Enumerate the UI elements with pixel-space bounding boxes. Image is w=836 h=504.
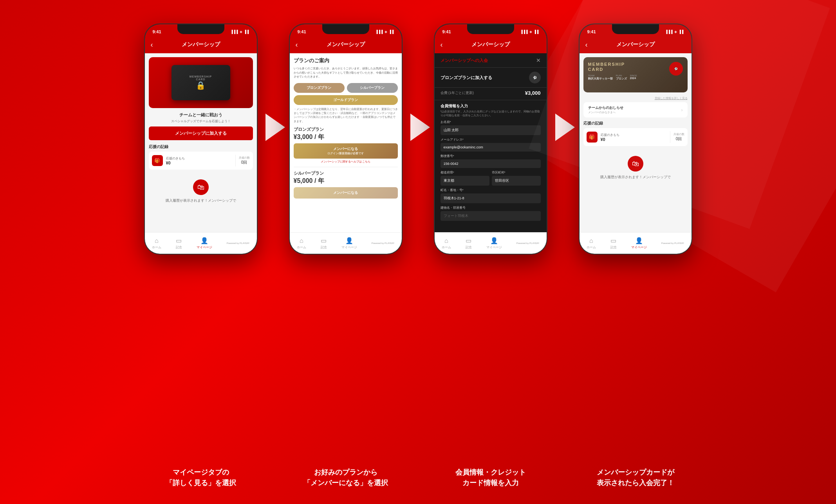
nav-home-4[interactable]: ⌂ ホーム bbox=[587, 237, 596, 249]
nav-mypage-1[interactable]: 👤 マイページ bbox=[197, 237, 212, 249]
mypage-label-4: マイページ bbox=[631, 245, 647, 249]
card-detail-link[interactable]: 登録した情報を詳しく見る bbox=[583, 96, 688, 100]
phone-4-back[interactable]: ‹ bbox=[585, 41, 588, 49]
phone-1-time: 9:41 bbox=[153, 29, 161, 34]
email-label: メールアドレス* bbox=[441, 137, 541, 142]
support-count-1: 共催の数 0回 bbox=[239, 156, 250, 165]
nav-powered-4: Powered by PLAYER! bbox=[661, 242, 684, 244]
wifi-icon: ◈ bbox=[240, 30, 242, 34]
postal-input[interactable]: 156-0042 bbox=[441, 159, 541, 168]
address-label: 町名・番地・号* bbox=[441, 188, 541, 192]
modal-close-btn[interactable]: ✕ bbox=[536, 57, 541, 63]
address-input[interactable]: 羽根木1-21-8 bbox=[441, 193, 541, 203]
btn-bronze[interactable]: ブロンズプラン bbox=[294, 83, 345, 93]
phone-3-back[interactable]: ‹ bbox=[441, 41, 443, 49]
phone-3: 9:41 ▐▐▐ ◈ ▐▐ ‹ メンバーシップ bbox=[434, 23, 547, 255]
purchase-text-4: 購入履歴が表示されます！メンバーシップで bbox=[600, 175, 671, 180]
phone-2-back[interactable]: ‹ bbox=[296, 41, 298, 49]
membership-card-full: MEMBERSHIP CARD TEAM 駒沢大高サッカー部 bbox=[583, 57, 688, 92]
support-icon-1: 🎁 bbox=[152, 155, 163, 166]
card-title1: MEMBERSHIP bbox=[588, 62, 625, 67]
nav-mypage-3[interactable]: 👤 マイページ bbox=[486, 237, 502, 249]
support-icon-4: 🎁 bbox=[587, 132, 598, 143]
phone-1-support-title: 応援の記録 bbox=[149, 144, 253, 150]
nav-news-3[interactable]: ▭ 記念 bbox=[466, 237, 472, 249]
help-link[interactable]: こちら bbox=[362, 160, 370, 163]
phone-4: 9:41 ▐▐▐ ◈ ▐▐ ‹ メンバーシップ bbox=[579, 23, 692, 255]
home-label-2: ホーム bbox=[297, 245, 306, 249]
modal-title: メンバーシップへの入会 bbox=[441, 58, 488, 63]
modal-form: 会員情報を入力 *は必須項目です。入力された住所にグッズなどお送りしますので、同… bbox=[435, 100, 547, 226]
card-text1: MEMBERSHIP bbox=[190, 75, 212, 78]
phone-1-back[interactable]: ‹ bbox=[151, 41, 153, 49]
caption-1: マイページタブの 「詳しく見る」を選択 bbox=[144, 467, 258, 488]
wifi-icon-4: ◈ bbox=[674, 30, 677, 34]
arrow-right-3 bbox=[555, 114, 575, 141]
nav-powered-1: Powered by PLAYER! bbox=[227, 242, 249, 244]
team-news-label: チームからのおしらせ bbox=[588, 105, 623, 110]
card-plan-val: ブロンズ bbox=[616, 77, 627, 81]
name-input[interactable]: 山田 太郎 bbox=[441, 125, 541, 135]
prefecture-input[interactable]: 東京都 bbox=[441, 176, 489, 186]
help-text: メンバーシップに関するヘルプは bbox=[321, 160, 362, 163]
silver-member-btn[interactable]: メンバーになる bbox=[294, 187, 398, 199]
mypage-label-3: マイページ bbox=[486, 245, 502, 249]
phone-4-support-title: 応援の記録 bbox=[583, 121, 688, 126]
support-label-4: 応援のきもち bbox=[601, 133, 667, 137]
phone-1-join-button[interactable]: メンバーシップに加入する bbox=[149, 126, 253, 140]
home-icon-4: ⌂ bbox=[589, 237, 593, 244]
modal-plan-name: ブロンズプランに加入する bbox=[441, 75, 492, 81]
city-input[interactable]: 世田谷区 bbox=[492, 176, 541, 186]
phone-4-support-record: 🎁 応援のきもち ¥0 共催の数 0回 bbox=[583, 128, 688, 146]
purchase-icon-4: 🛍 bbox=[628, 156, 643, 172]
nav-mypage-4[interactable]: 👤 マイページ bbox=[631, 237, 647, 249]
nav-home-3[interactable]: ⌂ ホーム bbox=[442, 237, 451, 249]
news-icon-3: ▭ bbox=[466, 237, 471, 244]
nav-home-2[interactable]: ⌂ ホーム bbox=[297, 237, 306, 249]
phone-1-support-record: 🎁 応援のきもち ¥0 共催の数 0回 bbox=[149, 152, 253, 170]
email-input[interactable]: example@ookaminc.com bbox=[441, 143, 541, 152]
card-info-row: TEAM 駒沢大高サッカー部 PLAN ブロンズ SINCE bbox=[588, 74, 683, 81]
arrow-3 bbox=[551, 114, 579, 141]
btn-gold[interactable]: ゴールドプラン bbox=[294, 95, 398, 105]
count-value-4: 0回 bbox=[673, 136, 684, 142]
card-logo-circle: ⚽ bbox=[669, 62, 683, 76]
card-team-val: 駒沢大高サッカー部 bbox=[588, 77, 613, 81]
caption-text-4: メンバーシップカードが 表示されたら入会完了！ bbox=[579, 467, 692, 488]
arrow-1 bbox=[262, 114, 289, 141]
notes-text: ・メンバーシップは定期購入となり、翌年日に自動更新が行われます。更新日につきまし… bbox=[294, 107, 398, 124]
phone-1-status-icons: ▐▐▐ ◈ ▐▐ bbox=[231, 30, 249, 34]
plan-guide-title: プランのご案内 bbox=[294, 57, 398, 64]
signal-icon-2: ▐▐▐ bbox=[376, 30, 383, 34]
nav-news-4[interactable]: ▭ 記念 bbox=[610, 237, 617, 249]
card-plan-item: PLAN ブロンズ bbox=[616, 74, 627, 81]
nav-news-1[interactable]: ▭ 記念 bbox=[176, 237, 182, 249]
arrow-right-2 bbox=[410, 114, 430, 141]
bronze-price: ¥3,000 / 年 bbox=[294, 133, 398, 141]
phone-1-purchase-area: 🛍 購入履歴が表示されます！メンバーシップで bbox=[145, 172, 257, 211]
wifi-icon-3: ◈ bbox=[529, 30, 532, 34]
nav-home-1[interactable]: ⌂ ホーム bbox=[152, 237, 161, 249]
support-info-4: 応援のきもち ¥0 bbox=[601, 133, 667, 142]
nav-news-2[interactable]: ▭ 記念 bbox=[321, 237, 327, 249]
phones-row: 9:41 ▐▐▐ ◈ ▐▐ ‹ メンバーシップ bbox=[31, 23, 805, 457]
team-news-section[interactable]: チームからのおしらせ メンバーのみなさまへ › bbox=[583, 102, 688, 117]
caption-4: メンバーシップカードが 表示されたら入会完了！ bbox=[579, 467, 692, 488]
prefecture-group: 都道府県* 東京都 bbox=[441, 170, 489, 188]
phone-2-content: プランのご案内 いつも多くのご支援いただき、ありがとうございます。頑張したお気持… bbox=[290, 53, 402, 232]
phone-3-time: 9:41 bbox=[442, 29, 451, 34]
signal-icon-4: ▐▐▐ bbox=[665, 30, 673, 34]
phone-2-group: 9:41 ▐▐▐ ◈ ▐▐ ‹ メンバーシップ プランのご案内 bbox=[289, 23, 434, 255]
building-input[interactable]: フォート羽根木 bbox=[441, 211, 541, 221]
btn-silver[interactable]: シルバープラン bbox=[347, 83, 398, 93]
news-icon-1: ▭ bbox=[176, 237, 182, 244]
mypage-icon-2: 👤 bbox=[345, 237, 353, 244]
phone-1-bottom-nav: ⌂ ホーム ▭ 記念 👤 マイページ Powered by PLAYER! bbox=[145, 232, 257, 254]
bronze-member-btn[interactable]: メンバーになる ログイン/新規登録が必要です bbox=[294, 143, 398, 159]
mypage-icon-3: 👤 bbox=[490, 237, 498, 244]
phone-2: 9:41 ▐▐▐ ◈ ▐▐ ‹ メンバーシップ プランのご案内 bbox=[289, 23, 403, 255]
phone-1-wrapper: 9:41 ▐▐▐ ◈ ▐▐ ‹ メンバーシップ bbox=[144, 23, 258, 255]
nav-mypage-2[interactable]: 👤 マイページ bbox=[341, 237, 357, 249]
modal-plan-logo: ⚽ bbox=[529, 72, 541, 83]
support-amount-4: ¥0 bbox=[601, 137, 667, 142]
